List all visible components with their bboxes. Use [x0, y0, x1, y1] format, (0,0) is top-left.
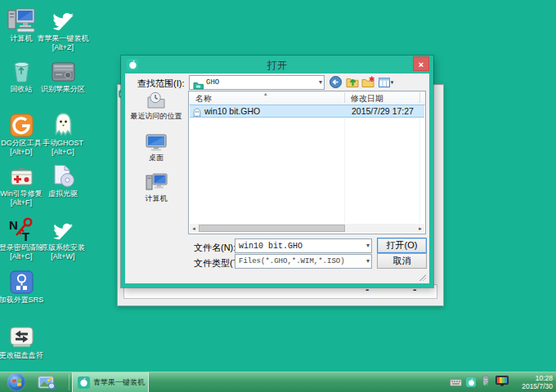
file-name-value: win10 bit.GHO [239, 242, 303, 251]
desktop-icon-manual-ghost[interactable]: 手动GHOST [Alt+G] [37, 111, 89, 157]
taskbar: ★ 青苹果一键装机 ✓ 10:28 2015/7/30 [0, 372, 556, 392]
disc-document-icon [37, 162, 89, 188]
desktop-icon-detect-apple-partition[interactable]: 识别苹果分区 [37, 57, 89, 94]
desktop-icon-label: 青苹果一键装机 [Alt+Z] [37, 34, 89, 52]
bird-icon [37, 216, 89, 242]
scroll-left-icon[interactable]: ◂ [190, 224, 198, 233]
place-computer[interactable]: 计算机 [128, 172, 184, 204]
views-icon [379, 78, 390, 87]
windows-logo-icon [12, 378, 21, 386]
desktop-icon-change-drive-letter[interactable]: 更改磁盘盘符 [0, 323, 47, 360]
hard-disk-icon [37, 57, 89, 83]
back-button[interactable] [329, 76, 343, 88]
system-tray: ✓ [450, 372, 509, 392]
open-file-dialog: 打开 × 查找范围(I): GHO ▾ ✱ [121, 56, 433, 287]
desktop-icon-label: 原版系统安装 [Alt+W] [37, 243, 89, 261]
desktop-icon-original-system-install[interactable]: 原版系统安装 [Alt+W] [37, 216, 89, 261]
scrollbar-thumb[interactable] [199, 225, 345, 232]
open-button-label: 打开(O) [387, 240, 418, 250]
desktop-icon-label: 加载外置SRS [0, 296, 47, 305]
horizontal-scrollbar[interactable]: ◂ ▸ [190, 224, 424, 233]
ghost-icon [37, 111, 89, 137]
taskbar-clock[interactable]: 10:28 2015/7/30 [522, 374, 553, 390]
taskbar-active-task[interactable]: 青苹果一键装机 [72, 372, 149, 392]
taskbar-separator [69, 374, 70, 390]
place-recent[interactable]: 最近访问的位置 [128, 90, 184, 122]
place-desktop[interactable]: 桌面 [128, 131, 184, 163]
cancel-button-label: 取消 [393, 256, 411, 265]
scroll-right-icon[interactable]: ▸ [416, 224, 424, 233]
file-name-label: 文件名(N): [194, 242, 235, 254]
file-type-combobox[interactable]: Files(*.GHO,*.WIM,*.ISO) ▾ [235, 254, 372, 269]
sort-ascending-icon: ▴ [264, 91, 267, 97]
taskbar-image-tool-button[interactable]: ★ [38, 375, 56, 392]
ghost-file-icon [192, 106, 202, 121]
apple-tray-icon[interactable] [466, 377, 476, 387]
column-header-name[interactable]: 名称 [195, 93, 212, 105]
close-button[interactable]: × [413, 56, 429, 71]
desktop-icon-load-srs[interactable]: 加载外置SRS [0, 268, 47, 305]
views-menu-button[interactable]: ▾ [376, 76, 396, 88]
file-modified-cell: 2015/7/29 17:27 [352, 106, 414, 116]
desktop-icon-label: 识别苹果分区 [37, 85, 89, 94]
recent-places-icon [128, 90, 184, 110]
column-gridline [419, 105, 420, 223]
place-label: 桌面 [128, 153, 184, 163]
display-tray-icon[interactable] [495, 375, 509, 390]
svg-text:✱: ✱ [369, 76, 374, 83]
clock-time: 10:28 [522, 374, 553, 382]
look-in-label: 查找范围(I): [137, 78, 184, 90]
back-icon [330, 76, 342, 88]
new-folder-icon: ✱ [361, 76, 374, 88]
svg-text:N: N [9, 218, 18, 232]
chevron-down-icon: ▾ [366, 242, 370, 249]
bird-icon [37, 7, 89, 33]
srs-driver-icon [0, 268, 47, 294]
active-task-label: 青苹果一键装机 [93, 377, 145, 388]
column-gridline [344, 105, 345, 223]
file-name-combobox[interactable]: win10 bit.GHO ▾ [235, 238, 372, 253]
image-viewer-icon: ★ [38, 375, 56, 390]
svg-text:✓: ✓ [485, 381, 491, 387]
dialog-title: 打开 [121, 59, 433, 73]
desktop-icon-label: 虚拟光驱 [37, 189, 89, 198]
chevron-down-icon: ▾ [366, 257, 370, 265]
new-folder-button[interactable]: ✱ [361, 76, 374, 88]
desktop-icon-label: 手动GHOST [Alt+G] [37, 139, 89, 157]
dialog-body: 查找范围(I): GHO ▾ ✱ ▾ [125, 74, 429, 283]
look-in-combobox[interactable]: GHO ▾ [189, 75, 325, 90]
clock-date: 2015/7/30 [522, 382, 553, 390]
desktop-place-icon [128, 131, 184, 152]
file-name-cell: win10 bit.GHO [204, 106, 260, 116]
column-divider[interactable] [344, 92, 345, 103]
column-header-modified[interactable]: 修改日期 [351, 93, 383, 105]
start-button[interactable] [7, 373, 25, 391]
resize-grip[interactable] [419, 274, 426, 281]
chevron-down-icon: ▾ [391, 79, 394, 86]
keyboard-tray-icon[interactable] [450, 375, 462, 390]
cancel-button[interactable]: 取消 [377, 253, 427, 269]
open-button[interactable]: 打开(O) [377, 238, 427, 253]
column-divider[interactable] [419, 92, 420, 103]
file-list-header[interactable]: 名称 ▴ 修改日期 [189, 91, 425, 105]
desktop-icon-label: 更改磁盘盘符 [0, 351, 47, 360]
close-icon: × [419, 60, 424, 69]
up-one-level-button[interactable] [345, 76, 359, 88]
place-label: 最近访问的位置 [128, 111, 184, 122]
look-in-value: GHO [206, 78, 219, 87]
place-label: 计算机 [128, 194, 184, 204]
usb-tray-icon[interactable]: ✓ [480, 375, 491, 390]
computer-place-icon [128, 172, 184, 193]
desktop-icon-oneclick-install[interactable]: 青苹果一键装机 [Alt+Z] [37, 7, 89, 52]
file-list: 名称 ▴ 修改日期 win10 bit.GHO 2015/7/29 17:27 [188, 91, 426, 234]
file-type-value: Files(*.GHO,*.WIM,*.ISO) [239, 257, 345, 265]
desktop: 计算机 青苹果一键装机 [Alt+Z] 回收站 识别苹果分区 DG分区工具 [A… [0, 0, 556, 392]
up-folder-icon [346, 76, 359, 88]
swap-drive-icon [0, 323, 47, 350]
apple-app-icon [78, 376, 90, 389]
svg-text:★: ★ [48, 376, 53, 381]
dialog-titlebar[interactable]: 打开 × [121, 56, 433, 74]
desktop-icon-virtual-drive[interactable]: 虚拟光驱 [37, 162, 89, 198]
chevron-down-icon: ▾ [319, 78, 322, 86]
file-row-selected[interactable]: win10 bit.GHO 2015/7/29 17:27 [190, 105, 424, 118]
